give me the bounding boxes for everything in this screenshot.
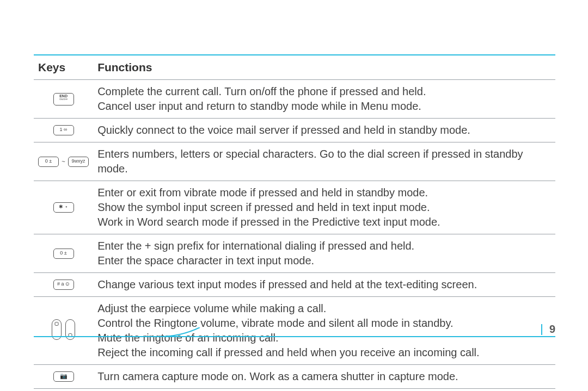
key-0-to-9: 0 ± ~ 9wxyz <box>34 142 93 181</box>
fn-cell: Quickly connect to the voice mail server… <box>93 119 555 142</box>
page-number: 9 <box>549 323 555 336</box>
digit-1-key-icon: 1 ∞ <box>53 125 74 135</box>
keys-functions-table: Keys Functions END ON/OFF Complete the c… <box>34 54 555 391</box>
fn-cell: Turn the speaker mode on. <box>93 389 555 391</box>
footer-rule <box>34 336 555 337</box>
footer-curve <box>159 327 203 337</box>
digit-9-key-icon: 9wxyz <box>68 157 89 167</box>
table-row: 1 ∞ Quickly connect to the voice mail se… <box>34 119 555 142</box>
fn-text: Enter the + sign prefix for internationa… <box>97 240 414 266</box>
fn-cell: Change various text input modes if press… <box>93 273 555 297</box>
header-keys: Keys <box>34 54 93 80</box>
table-row: 0 ± ~ 9wxyz Enters numbers, letters or s… <box>34 142 555 181</box>
camera-key-icon <box>53 371 74 382</box>
table-header-row: Keys Functions <box>34 54 555 80</box>
fn-text: Change various text input modes if press… <box>97 278 477 290</box>
table-row: ✱ ⋆ Enter or exit from vibrate mode if p… <box>34 181 555 234</box>
key-1: 1 ∞ <box>34 119 93 142</box>
table-row: 0 ± Enter the + sign prefix for internat… <box>34 234 555 273</box>
end-key-icon: END ON/OFF <box>53 93 74 105</box>
key-camera <box>34 365 93 389</box>
fn-text: Enter or exit from vibrate mode if press… <box>97 187 440 228</box>
star-key-icon: ✱ ⋆ <box>53 202 74 213</box>
page-content: Keys Functions END ON/OFF Complete the c… <box>34 54 555 391</box>
table-row: # a ⊙ Change various text input modes if… <box>34 273 555 297</box>
fn-text: Turn camera capture mode on. Work as a c… <box>97 370 458 382</box>
hash-key-icon: # a ⊙ <box>53 280 74 290</box>
fn-cell: Turn camera capture mode on. Work as a c… <box>93 365 555 389</box>
fn-cell: Enter or exit from vibrate mode if press… <box>93 181 555 234</box>
header-functions: Functions <box>93 54 555 80</box>
range-tilde: ~ <box>60 158 66 166</box>
key-hash: # a ⊙ <box>34 273 93 297</box>
fn-text: Complete the current call. Turn on/off t… <box>97 85 426 112</box>
key-0: 0 ± <box>34 234 93 273</box>
key-star: ✱ ⋆ <box>34 181 93 234</box>
page-footer: 9 <box>34 326 555 337</box>
key-speaker <box>34 389 93 391</box>
fn-cell: Enter the + sign prefix for internationa… <box>93 234 555 273</box>
fn-text: Enters numbers, letters or special chara… <box>97 148 523 175</box>
footer-divider <box>541 324 542 335</box>
table-row: Turn camera capture mode on. Work as a c… <box>34 365 555 389</box>
fn-text: Quickly connect to the voice mail server… <box>97 124 470 136</box>
table-row: END ON/OFF Complete the current call. Tu… <box>34 80 555 119</box>
fn-cell: Enters numbers, letters or special chara… <box>93 142 555 181</box>
digit-0-key-icon: 0 ± <box>53 249 74 259</box>
fn-cell: Complete the current call. Turn on/off t… <box>93 80 555 119</box>
digit-0-key-icon: 0 ± <box>38 157 59 167</box>
key-end: END ON/OFF <box>34 80 93 119</box>
table-row: Turn the speaker mode on. <box>34 389 555 391</box>
